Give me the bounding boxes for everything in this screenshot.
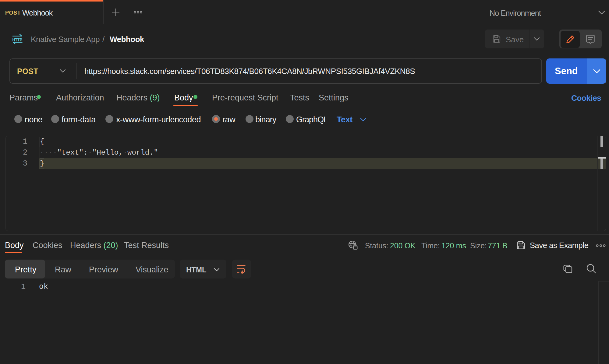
svg-text:HTTP: HTTP [12,37,23,42]
